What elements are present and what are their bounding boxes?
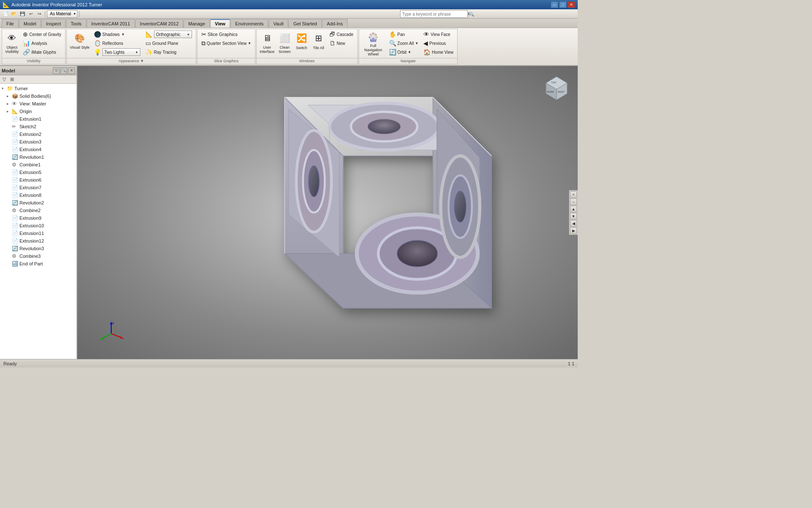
tree-item[interactable]: 📄Extrusion11 bbox=[0, 229, 77, 237]
minimize-button[interactable]: ─ bbox=[551, 1, 558, 8]
tab-inventorcam2012[interactable]: InventorCAM 2012 bbox=[135, 19, 184, 28]
restore-button[interactable]: □ bbox=[559, 1, 567, 8]
tree-item[interactable]: 📄Extrusion1 bbox=[0, 115, 77, 123]
tree-item[interactable]: 🔄Revolution2 bbox=[0, 199, 77, 207]
two-lights-button[interactable]: 💡 Two Lights bbox=[92, 48, 143, 56]
viewport[interactable]: TOP FRONT RIGHT Z X Y bbox=[77, 66, 578, 359]
new-window-button[interactable]: 🗋 New bbox=[327, 39, 355, 47]
tree-item[interactable]: ▾📁Turner bbox=[0, 85, 77, 92]
ray-tracing-button[interactable]: ✨ Ray Tracing bbox=[143, 48, 194, 56]
nav-zoom-in-button[interactable]: + bbox=[570, 191, 577, 198]
tab-vault[interactable]: Vault bbox=[269, 19, 288, 28]
clean-screen-button[interactable]: ⬜ CleanScreen bbox=[277, 30, 293, 58]
tree-item[interactable]: 📄Extrusion4 bbox=[0, 146, 77, 153]
zoom-all-icon: 🔍 bbox=[389, 40, 396, 47]
previous-view-button[interactable]: ◀ Previous bbox=[421, 39, 455, 47]
expand-all-button[interactable]: ⊞ bbox=[8, 76, 15, 83]
tab-environments[interactable]: Environments bbox=[230, 19, 268, 28]
search-input[interactable] bbox=[400, 10, 468, 18]
panel-close-button[interactable]: ✕ bbox=[68, 67, 75, 74]
qa-undo-button[interactable]: ↩ bbox=[27, 10, 35, 18]
view-face-button[interactable]: 👁 View Face bbox=[421, 30, 455, 39]
tree-item[interactable]: ▸📦Solid Bodies(6) bbox=[0, 92, 77, 100]
tab-file[interactable]: File bbox=[2, 19, 19, 28]
pan-button[interactable]: ✋ Pan bbox=[387, 30, 421, 39]
tab-add-ins[interactable]: Add-Ins bbox=[322, 19, 348, 28]
home-view-button[interactable]: 🏠 Home View bbox=[421, 48, 455, 56]
svg-text:Z: Z bbox=[112, 321, 114, 325]
tree-item[interactable]: ▸📐Origin bbox=[0, 108, 77, 115]
view-cube[interactable]: TOP FRONT RIGHT bbox=[540, 70, 573, 104]
svg-text:TOP: TOP bbox=[551, 81, 556, 84]
imate-glyphs-button[interactable]: 🔗 iMate Glyphs bbox=[21, 48, 63, 56]
reflections-button[interactable]: 🪞 Reflections bbox=[92, 39, 143, 47]
qa-save-button[interactable]: 💾 bbox=[19, 10, 26, 18]
tree-item[interactable]: 📄Extrusion12 bbox=[0, 237, 77, 245]
full-navigation-wheel-button[interactable]: 🎡 Full NavigationWheel bbox=[361, 30, 386, 58]
tab-inspect[interactable]: Inspect bbox=[41, 19, 66, 28]
tree-item[interactable]: ⚙Combine3 bbox=[0, 252, 77, 260]
qa-open-button[interactable]: 📂 bbox=[10, 10, 18, 18]
tree-item[interactable]: 📄Extrusion3 bbox=[0, 138, 77, 146]
tree-item[interactable]: ▸👁View: Master bbox=[0, 100, 77, 108]
panel-search-button[interactable]: 🔍 bbox=[60, 67, 67, 74]
nav-down-button[interactable]: ▼ bbox=[570, 213, 577, 220]
tree-item[interactable]: 📄Extrusion5 bbox=[0, 168, 77, 176]
tree-item[interactable]: ⚙Combine1 bbox=[0, 161, 77, 168]
tab-manage[interactable]: Manage bbox=[184, 19, 210, 28]
orthographic-dropdown[interactable]: Orthographic bbox=[154, 30, 192, 38]
cascade-button[interactable]: 🗗 Cascade bbox=[327, 30, 355, 39]
zoom-all-button[interactable]: 🔍 Zoom All ▼ bbox=[387, 39, 421, 47]
tree-item[interactable]: 📄Extrusion8 bbox=[0, 191, 77, 199]
two-lights-dropdown[interactable]: Two Lights bbox=[102, 48, 140, 56]
tree-item-label: Extrusion9 bbox=[19, 215, 41, 221]
tree-item-icon: 📄 bbox=[12, 169, 19, 175]
tree-item[interactable]: 📄Extrusion10 bbox=[0, 222, 77, 229]
quarter-section-button[interactable]: ⧉ Quarter Section View ▼ bbox=[199, 39, 253, 47]
tree-item[interactable]: ✏Sketch2 bbox=[0, 123, 77, 130]
tree-item[interactable]: 🔄Revolution3 bbox=[0, 245, 77, 252]
slice-graphics-button[interactable]: ✂ Slice Graphics bbox=[199, 30, 253, 39]
svg-text:X: X bbox=[122, 337, 124, 340]
ground-plane-button[interactable]: ▭ Ground Plane bbox=[143, 39, 194, 47]
svg-text:Y: Y bbox=[99, 337, 102, 341]
tree-item[interactable]: 🔄Revolution1 bbox=[0, 153, 77, 161]
material-dropdown[interactable]: As Material bbox=[47, 10, 77, 18]
panel-filter-button[interactable]: ▽ bbox=[53, 67, 60, 74]
nav-zoom-out-button[interactable]: − bbox=[570, 199, 577, 205]
tree-item[interactable]: 🔚End of Part bbox=[0, 260, 77, 268]
analysis-button[interactable]: 📊 Analysis bbox=[21, 39, 63, 47]
tree-item[interactable]: 📄Extrusion6 bbox=[0, 176, 77, 184]
filter-button[interactable]: ▽ bbox=[1, 76, 8, 83]
tab-tools[interactable]: Tools bbox=[66, 19, 86, 28]
shadows-button[interactable]: 🌑 Shadows ▼ bbox=[92, 30, 143, 39]
switch-button[interactable]: 🔀 Switch bbox=[294, 30, 310, 58]
tree-item[interactable]: 📄Extrusion2 bbox=[0, 130, 77, 138]
user-interface-button[interactable]: 🖥 UserInterface bbox=[258, 30, 276, 58]
tree-item-label: Extrusion10 bbox=[19, 223, 44, 228]
orbit-button[interactable]: 🔄 Orbit ▼ bbox=[387, 48, 421, 56]
close-button[interactable]: ✕ bbox=[568, 1, 575, 8]
tab-view[interactable]: View bbox=[210, 19, 230, 28]
visual-style-button[interactable]: 🎨 Visual Style bbox=[69, 30, 91, 58]
model-tree[interactable]: ▾📁Turner▸📦Solid Bodies(6)▸👁View: Master▸… bbox=[0, 84, 77, 359]
nav-right-button[interactable]: ▶ bbox=[570, 227, 577, 234]
tree-item-icon: 📄 bbox=[12, 185, 19, 190]
tree-item[interactable]: 📄Extrusion9 bbox=[0, 214, 77, 222]
tree-expand-icon: ▸ bbox=[7, 94, 12, 98]
nav-up-button[interactable]: ▲ bbox=[570, 206, 577, 213]
orthographic-button[interactable]: 📐 Orthographic bbox=[143, 30, 194, 39]
nav-left-button[interactable]: ◀ bbox=[570, 220, 577, 227]
qa-redo-button[interactable]: ↪ bbox=[36, 10, 43, 18]
tree-item[interactable]: 📄Extrusion7 bbox=[0, 184, 77, 191]
two-lights-icon: 💡 bbox=[94, 49, 101, 55]
object-visibility-button[interactable]: 👁 ObjectVisibility bbox=[4, 30, 20, 58]
tree-item[interactable]: ⚙Combine2 bbox=[0, 207, 77, 214]
qa-new-button[interactable]: 📄 bbox=[2, 10, 9, 18]
tile-all-button[interactable]: ⊞ Tile All bbox=[310, 30, 326, 58]
center-of-gravity-button[interactable]: ⊕ Center of Gravity bbox=[21, 30, 63, 39]
tab-inventorcam2011[interactable]: InventorCAM 2011 bbox=[87, 19, 135, 28]
tab-model[interactable]: Model bbox=[19, 19, 41, 28]
tab-get-started[interactable]: Get Started bbox=[288, 19, 321, 28]
search-button[interactable]: 🔍 bbox=[468, 10, 475, 18]
